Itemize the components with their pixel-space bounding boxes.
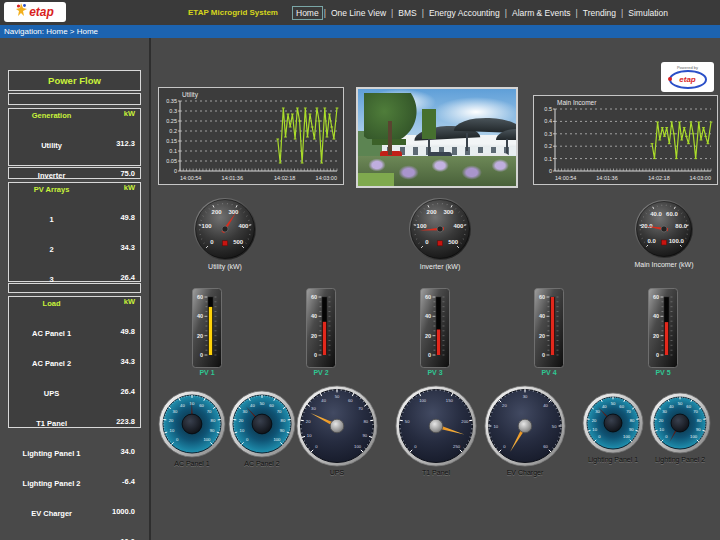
powered-by-logo: Powered by etap [661, 62, 714, 92]
sidebar-spacer [8, 93, 141, 105]
svg-text:20: 20 [306, 419, 311, 424]
pv-5-bar: 0204060 [648, 288, 678, 372]
menu-item-energy-accounting[interactable]: Energy Accounting [425, 6, 504, 20]
svg-text:70: 70 [207, 409, 212, 414]
pv-4-bar: 0204060 [534, 288, 564, 372]
table-row: UPS26.4 [9, 387, 140, 417]
svg-text:90: 90 [210, 428, 215, 433]
svg-text:80: 80 [697, 418, 702, 423]
menu-item-alarm-events[interactable]: Alarm & Events [508, 6, 575, 20]
svg-text:400: 400 [453, 223, 464, 229]
svg-text:80: 80 [281, 418, 286, 423]
svg-text:0.2: 0.2 [544, 143, 552, 149]
svg-text:14:03:00: 14:03:00 [690, 175, 711, 181]
svg-text:60: 60 [619, 404, 624, 409]
powered-by-dot [668, 77, 672, 81]
pv-3-bar-label: PV 3 [395, 369, 475, 376]
svg-text:40: 40 [539, 313, 545, 319]
svg-text:60: 60 [543, 444, 548, 449]
etap-logo-text: etap [29, 5, 54, 19]
svg-text:50: 50 [552, 424, 557, 429]
svg-text:0: 0 [542, 352, 545, 358]
row-value: 312.3 [94, 139, 140, 169]
svg-text:10: 10 [592, 427, 597, 432]
svg-text:0: 0 [428, 352, 431, 358]
svg-text:20: 20 [239, 418, 244, 423]
ev-charger-gauge-label: EV Charger [465, 469, 585, 476]
ac-panel-2-gauge: 0102030405060708090100 [224, 386, 300, 466]
svg-text:0.3: 0.3 [544, 131, 552, 137]
menu-item-bms[interactable]: BMS [394, 6, 420, 20]
row-value: kW [94, 297, 140, 327]
svg-text:50: 50 [611, 401, 616, 406]
svg-text:30: 30 [662, 409, 667, 414]
svg-text:60: 60 [311, 294, 317, 300]
menu-item-home[interactable]: Home [292, 6, 323, 20]
svg-text:100: 100 [354, 444, 362, 449]
ac-panel-1-gauge: 0102030405060708090100 [154, 386, 230, 466]
svg-text:100: 100 [690, 434, 698, 439]
menu-item-simulation[interactable]: Simulation [624, 6, 672, 20]
section-header-row: PV ArrayskW [9, 183, 140, 213]
svg-text:40: 40 [602, 404, 607, 409]
breadcrumb[interactable]: Navigation: Home > Home [0, 25, 720, 38]
row-label: 1 [9, 215, 94, 241]
svg-text:40: 40 [653, 313, 659, 319]
svg-text:30: 30 [173, 409, 178, 414]
etap-logo-icon [16, 3, 27, 22]
svg-text:50: 50 [260, 401, 265, 406]
pv-3-bar: 0204060 [420, 288, 450, 372]
row-value: 34.3 [94, 357, 140, 387]
powered-by-brand: etap [679, 75, 695, 84]
pv-5-bar-label: PV 5 [623, 369, 703, 376]
row-value: 49.8 [94, 213, 140, 243]
menu-item-trending[interactable]: Trending [579, 6, 620, 20]
sidebar-section-generation: GenerationkWUtility312.3Inverter75.0Main… [8, 108, 141, 166]
svg-text:40: 40 [197, 313, 203, 319]
svg-text:300: 300 [228, 209, 239, 215]
svg-text:Utility: Utility [182, 91, 199, 99]
table-row: AC Panel 149.8 [9, 327, 140, 357]
svg-text:300: 300 [443, 209, 454, 215]
svg-text:14:01:36: 14:01:36 [596, 175, 617, 181]
svg-text:10: 10 [240, 428, 245, 433]
svg-text:100: 100 [419, 398, 427, 403]
svg-text:40: 40 [180, 403, 185, 408]
svg-text:14:00:54: 14:00:54 [180, 175, 201, 181]
row-label: UPS [9, 389, 94, 415]
svg-text:100: 100 [623, 434, 631, 439]
svg-text:90: 90 [629, 427, 634, 432]
row-label: PV Arrays [9, 185, 94, 211]
row-label: Load [9, 299, 94, 325]
row-label: EV Charger [9, 509, 94, 535]
svg-text:70: 70 [277, 409, 282, 414]
svg-text:0: 0 [314, 352, 317, 358]
inverter-kw-gauge-label: Inverter (kW) [380, 263, 500, 270]
sidebar-section-load: LoadkWAC Panel 149.8AC Panel 234.3UPS26.… [8, 296, 141, 428]
row-label: 2 [9, 245, 94, 271]
etap-logo: etap [4, 2, 66, 22]
svg-text:40: 40 [321, 398, 326, 403]
svg-text:0.1: 0.1 [544, 156, 552, 162]
utility-kw-gauge: 0100200300400500 [189, 193, 261, 269]
svg-text:0.3: 0.3 [169, 108, 177, 114]
svg-text:0.05: 0.05 [166, 158, 177, 164]
svg-text:80: 80 [630, 418, 635, 423]
svg-text:40: 40 [669, 404, 674, 409]
svg-text:20: 20 [169, 418, 174, 423]
table-row: Utility312.3 [9, 139, 140, 169]
pv-1-bar-label: PV 1 [167, 369, 247, 376]
svg-text:14:02:18: 14:02:18 [274, 175, 295, 181]
svg-text:40: 40 [425, 313, 431, 319]
svg-text:250: 250 [453, 444, 461, 449]
row-label: Lighting Panel 2 [9, 479, 94, 505]
photo-grass [358, 173, 394, 186]
svg-text:10: 10 [307, 433, 312, 438]
row-label: Generation [9, 111, 94, 137]
section-header-row: GenerationkW [9, 109, 140, 139]
svg-text:400: 400 [238, 223, 249, 229]
menu-item-one-line-view[interactable]: One Line View [327, 6, 390, 20]
svg-text:60: 60 [653, 294, 659, 300]
svg-text:0: 0 [174, 168, 177, 174]
trend-chart-main-incomer: Main Incomer00.10.20.30.40.514:00:5414:0… [533, 95, 718, 185]
